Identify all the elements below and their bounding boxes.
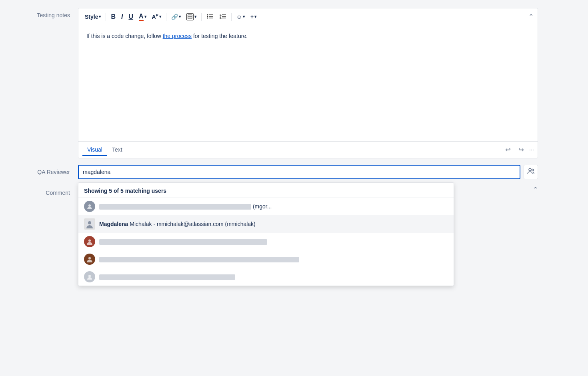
svg-point-16	[532, 169, 534, 171]
collapse-icon: ⌃	[533, 186, 538, 193]
svg-point-15	[529, 168, 531, 171]
link-button[interactable]: 🔗 ▾	[169, 12, 183, 22]
editor-footer-right: ↩ ↪ ⋯	[503, 144, 534, 155]
user-suffix: (mgor...	[253, 203, 272, 210]
editor-tabs: Visual Text	[82, 144, 127, 156]
toolbar-separator-1	[106, 13, 106, 21]
emoji-icon: ☺	[236, 14, 242, 20]
redo-button[interactable]: ↪	[516, 144, 526, 155]
list-item[interactable]: Magdalena Michalak - mmichalak@atlassian…	[78, 215, 454, 233]
table-icon	[186, 13, 194, 20]
avatar	[84, 271, 95, 282]
svg-point-17	[88, 204, 91, 207]
user-name-blurred	[99, 204, 251, 210]
underline-button[interactable]: U	[126, 12, 136, 22]
comment-collapse-button[interactable]: ⌃	[533, 186, 538, 193]
avatar	[84, 254, 95, 265]
editor-content: If this is a code change, follow the pro…	[86, 32, 530, 40]
toolbar-separator-2	[166, 13, 166, 21]
list-item[interactable]	[78, 250, 454, 268]
undo-button[interactable]: ↩	[503, 144, 513, 155]
list-item[interactable]: (mgor...	[78, 198, 454, 215]
editor-body[interactable]: If this is a code change, follow the pro…	[78, 25, 538, 141]
toolbar-separator-3	[201, 13, 202, 21]
user-name-blurred	[99, 257, 299, 262]
font-size-icon: AP	[152, 13, 158, 20]
avatar	[84, 218, 95, 230]
qa-reviewer-label: QA Reviewer	[0, 165, 78, 175]
avatar	[84, 236, 95, 247]
avatar	[84, 201, 95, 212]
svg-point-7	[207, 18, 208, 19]
qa-reviewer-field: QA Reviewer Showing 5 of 5 matching user…	[0, 165, 588, 179]
user-name-bold: Magdalena	[99, 221, 128, 227]
numbered-list-icon: 1. 2. 3.	[219, 12, 226, 21]
table-button[interactable]: ▾	[184, 12, 199, 22]
svg-point-5	[207, 16, 208, 17]
dropdown-header: Showing 5 of 5 matching users	[78, 183, 454, 198]
user-info	[99, 274, 235, 280]
toolbar-collapse-button[interactable]: ⌃	[528, 13, 534, 20]
bullet-list-button[interactable]	[204, 11, 216, 22]
testing-notes-content: Style ▾ B I U A ▾	[78, 8, 588, 158]
style-dropdown-arrow: ▾	[99, 14, 101, 19]
font-color-icon: A	[139, 13, 144, 21]
testing-notes-field: Testing notes Style ▾ B I	[0, 8, 588, 158]
emoji-button[interactable]: ☺ ▾	[234, 12, 247, 22]
user-name-blurred	[99, 274, 235, 280]
tab-visual[interactable]: Visual	[82, 144, 107, 156]
testing-notes-label: Testing notes	[0, 8, 78, 18]
tab-text[interactable]: Text	[107, 144, 127, 156]
people-icon	[527, 167, 535, 177]
user-info	[99, 238, 267, 245]
numbered-list-button[interactable]: 1. 2. 3.	[217, 11, 229, 22]
font-color-button[interactable]: A ▾	[136, 11, 149, 22]
user-search-dropdown: Showing 5 of 5 matching users (mgor...	[78, 182, 454, 286]
list-item[interactable]	[78, 268, 454, 286]
link-icon: 🔗	[171, 14, 178, 20]
user-info	[99, 256, 299, 262]
svg-point-22	[88, 275, 91, 277]
editor-footer: Visual Text ↩ ↪ ⋯	[78, 141, 538, 158]
comment-label: Comment	[0, 186, 78, 196]
bold-button[interactable]: B	[108, 12, 118, 22]
rich-text-editor: Style ▾ B I U A ▾	[78, 8, 538, 158]
resize-handle: ⋯	[529, 147, 534, 153]
svg-text:3.: 3.	[220, 17, 222, 19]
qa-reviewer-input[interactable]	[78, 165, 520, 179]
people-picker-button[interactable]	[524, 165, 538, 179]
svg-point-19	[88, 221, 91, 224]
style-dropdown-button[interactable]: Style ▾	[82, 12, 103, 22]
user-info: (mgor...	[99, 203, 272, 210]
process-link[interactable]: the process	[163, 33, 192, 39]
font-size-button[interactable]: AP ▾	[150, 12, 164, 22]
toolbar-separator-4	[231, 13, 232, 21]
qa-reviewer-input-wrapper	[78, 165, 538, 179]
more-button[interactable]: + ▾	[248, 12, 259, 22]
italic-button[interactable]: I	[119, 12, 125, 22]
svg-point-20	[88, 240, 91, 242]
svg-point-3	[207, 14, 208, 16]
editor-toolbar: Style ▾ B I U A ▾	[78, 8, 538, 25]
svg-point-21	[88, 257, 91, 260]
user-info: Magdalena Michalak - mmichalak@atlassian…	[99, 221, 256, 227]
collapse-icon: ⌃	[528, 13, 534, 20]
user-name-blurred	[99, 239, 267, 245]
list-item[interactable]	[78, 233, 454, 250]
bullet-list-icon	[206, 12, 214, 21]
user-name-rest: Michalak - mmichalak@atlassian.com (mmic…	[130, 221, 256, 227]
